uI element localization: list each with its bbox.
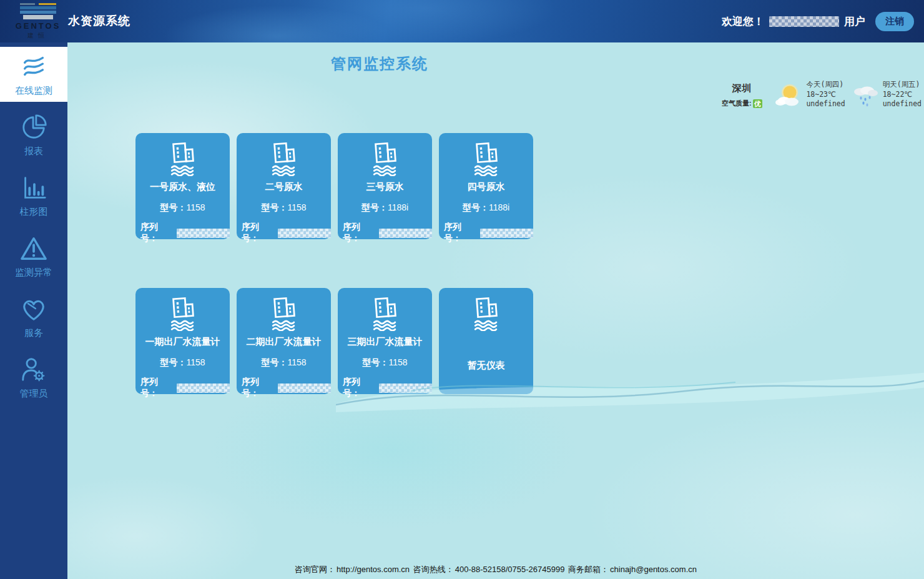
- sidebar-item-label: 监测异常: [15, 267, 52, 279]
- sidebar-item-报表[interactable]: 报表: [0, 107, 67, 162]
- device-card[interactable]: 二期出厂水流量计型号：1158序列号：: [237, 288, 331, 394]
- footer-hotline-label: 咨询热线：: [413, 565, 454, 574]
- footer-email-link[interactable]: chinajh@gentos.com.cn: [610, 565, 697, 574]
- redacted-serial: [379, 229, 432, 238]
- weather-today: 今天(周四) 18~23℃ undefined: [769, 80, 845, 111]
- model-value: 1188i: [388, 202, 408, 212]
- model-value: 1158: [186, 202, 205, 212]
- device-serial-row: 序列号：: [338, 222, 432, 244]
- bar-chart-icon: [19, 173, 49, 203]
- weather-widget: 深圳 空气质量: 优 今天(周四): [715, 80, 922, 111]
- sidebar-nav: 在线监测报表柱形图监测异常服务管理员: [0, 42, 67, 579]
- device-card[interactable]: 四号原水型号：1188i序列号：: [439, 133, 533, 239]
- device-model-row: 型号：1158: [160, 202, 205, 214]
- weather-tomorrow: 明天(周五) 18~22℃ undefined: [845, 80, 922, 111]
- device-serial-row: 序列号：: [338, 377, 432, 399]
- logo-brand-cn-text: 建恒: [27, 31, 49, 40]
- device-card[interactable]: 一期出厂水流量计型号：1158序列号：: [135, 288, 230, 394]
- redacted-serial: [177, 229, 230, 238]
- footer-email-label: 商务邮箱：: [568, 565, 609, 574]
- device-serial-row: 序列号：: [237, 377, 331, 399]
- device-name: 暂无仪表: [468, 360, 505, 372]
- footer-website-label: 咨询官网：: [295, 565, 335, 574]
- weather-city-block: 深圳 空气质量: 优: [715, 82, 769, 108]
- warning-icon: [19, 234, 49, 264]
- weather-tomorrow-day: 明天(周五): [883, 80, 922, 90]
- weather-tomorrow-temp: 18~22℃: [883, 90, 922, 100]
- logout-button[interactable]: 注销: [875, 12, 914, 31]
- main-content: 管网监控系统 深圳 空气质量: 优: [67, 42, 924, 579]
- app-title: 水资源系统: [68, 13, 130, 29]
- weather-today-text: 今天(周四) 18~23℃ undefined: [806, 80, 845, 109]
- model-label: 型号：: [463, 202, 489, 212]
- model-label: 型号：: [261, 357, 287, 367]
- sidebar-item-在线监测[interactable]: 在线监测: [0, 47, 67, 102]
- model-label: 型号：: [361, 202, 388, 212]
- redacted-username: [769, 16, 839, 27]
- device-model-row: 型号：1158: [362, 357, 407, 369]
- logo-brand-text: GENTOS: [16, 21, 61, 31]
- redacted-serial: [177, 384, 230, 393]
- building-water-icon: [164, 141, 202, 176]
- redacted-serial: [278, 229, 331, 238]
- device-card[interactable]: 二号原水型号：1158序列号：: [237, 133, 331, 239]
- device-serial-row: 序列号：: [439, 222, 533, 244]
- device-card[interactable]: 三号原水型号：1188i序列号：: [338, 133, 432, 239]
- serial-label: 序列号：: [444, 222, 478, 244]
- device-name: 二号原水: [265, 181, 303, 193]
- model-label: 型号：: [362, 357, 388, 367]
- building-water-icon: [265, 141, 303, 176]
- building-water-icon: [164, 296, 202, 331]
- sidebar-item-label: 柱形图: [20, 206, 48, 218]
- weather-today-day: 今天(周四): [806, 80, 845, 90]
- weather-today-extra: undefined: [806, 99, 845, 109]
- device-serial-row: 序列号：: [135, 222, 230, 244]
- app-root: GENTOS 建恒 水资源系统 欢迎您！ 用户 注销 在线监测报表柱形图监测异常…: [0, 0, 924, 579]
- device-card[interactable]: 三期出厂水流量计型号：1158序列号：: [338, 288, 432, 394]
- serial-label: 序列号：: [343, 222, 376, 244]
- sidebar-item-服务[interactable]: 服务: [0, 289, 67, 344]
- building-water-icon: [265, 296, 303, 331]
- serial-label: 序列号：: [242, 377, 275, 399]
- model-value: 1188i: [489, 202, 509, 212]
- sidebar-item-管理员[interactable]: 管理员: [0, 350, 67, 405]
- device-model-row: 型号：1158: [261, 357, 306, 369]
- building-water-icon: [366, 296, 405, 331]
- admin-icon: [19, 355, 49, 385]
- sidebar-item-label: 报表: [24, 146, 43, 157]
- device-model-row: 型号：1188i: [361, 202, 408, 214]
- device-model-row: 型号：1158: [160, 357, 205, 369]
- welcome-prefix: 欢迎您！: [722, 14, 764, 29]
- building-water-icon: [366, 141, 405, 176]
- model-label: 型号：: [160, 202, 186, 212]
- redacted-serial: [278, 384, 331, 393]
- sidebar-item-柱形图[interactable]: 柱形图: [0, 168, 67, 223]
- serial-label: 序列号：: [140, 377, 174, 399]
- air-quality-label: 空气质量:: [722, 99, 752, 108]
- serial-label: 序列号：: [343, 377, 376, 399]
- device-name: 一期出厂水流量计: [145, 336, 220, 348]
- redacted-serial: [379, 384, 432, 393]
- footer-hotline-value: 400-88-52158/0755-26745999: [455, 565, 565, 574]
- building-water-icon: [467, 296, 506, 331]
- page-title: 管网监控系统: [67, 54, 692, 74]
- device-card-grid: 一号原水、液位型号：1158序列号：二号原水型号：1158序列号：三号原水型号：…: [135, 133, 533, 394]
- weather-tomorrow-text: 明天(周五) 18~22℃ undefined: [883, 80, 922, 109]
- serial-label: 序列号：: [242, 222, 275, 244]
- app-header: GENTOS 建恒 水资源系统 欢迎您！ 用户 注销: [0, 0, 924, 42]
- device-serial-row: 序列号：: [135, 377, 230, 399]
- redacted-serial: [480, 229, 533, 238]
- footer-website-link[interactable]: http://gentos.com.cn: [337, 565, 410, 574]
- device-card[interactable]: 暂无仪表: [439, 288, 533, 394]
- pie-chart-icon: [19, 112, 49, 142]
- device-model-row: 型号：1188i: [463, 202, 509, 214]
- model-value: 1158: [388, 357, 407, 367]
- sidebar-item-监测异常[interactable]: 监测异常: [0, 229, 67, 284]
- logo-bars-icon: [20, 3, 56, 19]
- model-value: 1158: [287, 202, 306, 212]
- weather-city: 深圳: [715, 82, 769, 94]
- device-card[interactable]: 一号原水、液位型号：1158序列号：: [135, 133, 230, 239]
- building-water-icon: [467, 141, 506, 176]
- sun-cloud-icon: [774, 81, 804, 111]
- gentos-logo: GENTOS 建恒: [11, 3, 65, 39]
